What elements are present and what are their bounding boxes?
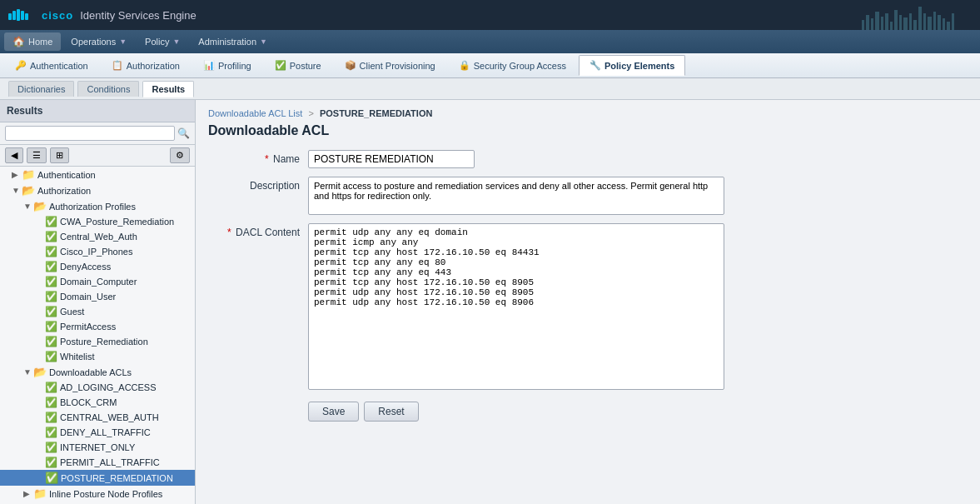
subnav-profiling[interactable]: 📊 Profiling xyxy=(192,55,262,76)
tab-conditions[interactable]: Conditions xyxy=(77,81,139,97)
subnav-posture[interactable]: ✅ Posture xyxy=(264,55,332,76)
leaf-icon: ✅ xyxy=(45,321,57,332)
breadcrumb-current: POSTURE_REMEDIATION xyxy=(320,108,432,118)
search-icon[interactable]: 🔍 xyxy=(177,127,190,139)
sidebar-grid-view-btn[interactable]: ⊞ xyxy=(50,147,69,163)
tab-dictionaries[interactable]: Dictionaries xyxy=(8,81,74,97)
authentication-icon: 🔑 xyxy=(15,60,27,71)
svg-rect-3 xyxy=(21,11,24,20)
tree-permit-access[interactable]: ✅ PermitAccess xyxy=(0,319,195,334)
posture-icon: ✅ xyxy=(275,60,286,71)
third-nav: Dictionaries Conditions Results xyxy=(0,78,980,100)
folder-icon: 📂 xyxy=(33,200,47,212)
leaf-icon: ✅ xyxy=(45,246,57,257)
nav-administration[interactable]: Administration ▼ xyxy=(190,33,276,50)
folder-icon: 📁 xyxy=(33,487,47,500)
sidebar-settings-btn[interactable]: ⚙ xyxy=(170,147,190,163)
tree-internet-only[interactable]: ✅ INTERNET_ONLY xyxy=(0,440,195,455)
svg-rect-2 xyxy=(17,9,20,21)
leaf-icon: ✅ xyxy=(45,351,57,362)
authorization-icon: 📋 xyxy=(112,60,123,71)
page-title: Downloadable ACL xyxy=(208,123,968,138)
breadcrumb-separator: > xyxy=(308,108,313,118)
administration-arrow: ▼ xyxy=(260,37,267,46)
nav-operations[interactable]: Operations ▼ xyxy=(62,33,135,50)
leaf-icon: ✅ xyxy=(45,382,57,393)
sidebar-back-btn[interactable]: ◀ xyxy=(5,147,23,163)
tree-posture-remediation[interactable]: ✅ Posture_Remediation xyxy=(0,334,195,349)
subnav-security-group-access[interactable]: 🔒 Security Group Access xyxy=(448,55,577,76)
dacl-textarea[interactable] xyxy=(308,223,724,390)
dacl-label: * DACL Content xyxy=(208,223,300,238)
tree-domain-computer[interactable]: ✅ Domain_Computer xyxy=(0,274,195,289)
tree-posture-remediation-acl[interactable]: ✅ POSTURE_REMEDIATION xyxy=(0,470,195,486)
subnav-client-provisioning[interactable]: 📦 Client Provisioning xyxy=(334,55,446,76)
tree-central-web-auth-acl[interactable]: ✅ CENTRAL_WEB_AUTH xyxy=(0,410,195,425)
dacl-row: * DACL Content xyxy=(208,223,968,390)
svg-rect-4 xyxy=(25,13,28,20)
tree-whitelist[interactable]: ✅ Whitelist xyxy=(0,349,195,364)
tree-authorization[interactable]: ▼ 📂 Authorization xyxy=(0,182,195,198)
leaf-icon: ✅ xyxy=(45,457,57,468)
tree-central-web-auth[interactable]: ✅ Central_Web_Auth xyxy=(0,229,195,244)
leaf-icon: ✅ xyxy=(45,276,57,287)
folder-icon: 📂 xyxy=(33,366,47,378)
operations-arrow: ▼ xyxy=(119,37,127,46)
tab-results[interactable]: Results xyxy=(142,81,194,97)
policy-arrow: ▼ xyxy=(172,37,180,46)
sidebar-list-view-btn[interactable]: ☰ xyxy=(27,147,47,163)
profiling-icon: 📊 xyxy=(203,60,215,71)
leaf-icon: ✅ xyxy=(45,216,57,227)
tree-deny-access[interactable]: ✅ DenyAccess xyxy=(0,259,195,274)
nav-policy[interactable]: Policy ▼ xyxy=(137,33,188,50)
description-label: Description xyxy=(208,177,300,192)
sidebar-tools: ◀ ☰ ⊞ ⚙ xyxy=(0,145,195,167)
cisco-logo: cisco xyxy=(8,7,73,23)
tree-ad-loging[interactable]: ✅ AD_LOGING_ACCESS xyxy=(0,380,195,395)
description-row: Description xyxy=(208,177,968,215)
breadcrumb-parent[interactable]: Downloadable ACL List xyxy=(208,108,302,118)
subnav-authorization[interactable]: 📋 Authorization xyxy=(101,55,191,76)
policy-elements-icon: 🔧 xyxy=(589,60,601,71)
tree-downloadable-acls[interactable]: ▼ 📂 Downloadable ACLs xyxy=(0,364,195,380)
leaf-icon: ✅ xyxy=(45,412,57,423)
main-panel: Downloadable ACL List > POSTURE_REMEDIAT… xyxy=(196,100,980,504)
save-button[interactable]: Save xyxy=(308,402,359,422)
top-header: cisco Identity Services Engine xyxy=(0,0,980,30)
folder-icon: 📂 xyxy=(22,184,35,197)
tree-cisco-ip-phones[interactable]: ✅ Cisco_IP_Phones xyxy=(0,244,195,259)
content-area: Results 🔍 ◀ ☰ ⊞ ⚙ ▶ 📁 Authentication ▼ 📂… xyxy=(0,100,980,504)
name-input[interactable] xyxy=(308,150,475,168)
tree-inline-posture[interactable]: ▶ 📁 Inline Posture Node Profiles xyxy=(0,486,195,502)
tree-block-crm[interactable]: ✅ BLOCK_CRM xyxy=(0,395,195,410)
leaf-icon: ✅ xyxy=(45,291,57,302)
tree-authorization-profiles[interactable]: ▼ 📂 Authorization Profiles xyxy=(0,198,195,214)
sidebar-search-input[interactable] xyxy=(5,126,175,141)
subnav-authentication[interactable]: 🔑 Authentication xyxy=(4,55,99,76)
reset-button[interactable]: Reset xyxy=(364,402,418,422)
cisco-label: cisco xyxy=(42,9,73,22)
leaf-icon: ✅ xyxy=(45,306,57,317)
action-buttons: Save Reset xyxy=(208,402,968,422)
tree-guest[interactable]: ✅ Guest xyxy=(0,304,195,319)
tree-authentication[interactable]: ▶ 📁 Authentication xyxy=(0,167,195,182)
name-label: * Name xyxy=(208,150,300,165)
leaf-icon: ✅ xyxy=(45,231,57,242)
tree-cwa-posture[interactable]: ✅ CWA_Posture_Remediation xyxy=(0,214,195,229)
client-provisioning-icon: 📦 xyxy=(345,60,356,71)
leaf-icon: ✅ xyxy=(45,397,57,408)
tree-deny-all-traffic[interactable]: ✅ DENY_ALL_TRAFFIC xyxy=(0,425,195,440)
description-textarea[interactable] xyxy=(308,177,724,215)
sidebar: Results 🔍 ◀ ☰ ⊞ ⚙ ▶ 📁 Authentication ▼ 📂… xyxy=(0,100,196,504)
leaf-icon: ✅ xyxy=(45,442,57,453)
security-group-icon: 🔒 xyxy=(459,60,470,71)
sub-nav: 🔑 Authentication 📋 Authorization 📊 Profi… xyxy=(0,53,980,78)
tree-permit-all-traffic[interactable]: ✅ PERMIT_ALL_TRAFFIC xyxy=(0,455,195,470)
svg-rect-1 xyxy=(12,11,16,20)
sidebar-search-bar: 🔍 xyxy=(0,122,195,145)
breadcrumb: Downloadable ACL List > POSTURE_REMEDIAT… xyxy=(208,108,968,118)
svg-rect-0 xyxy=(8,13,12,20)
nav-home[interactable]: 🏠 Home xyxy=(4,32,61,51)
subnav-policy-elements[interactable]: 🔧 Policy Elements xyxy=(579,55,685,76)
tree-domain-user[interactable]: ✅ Domain_User xyxy=(0,289,195,304)
